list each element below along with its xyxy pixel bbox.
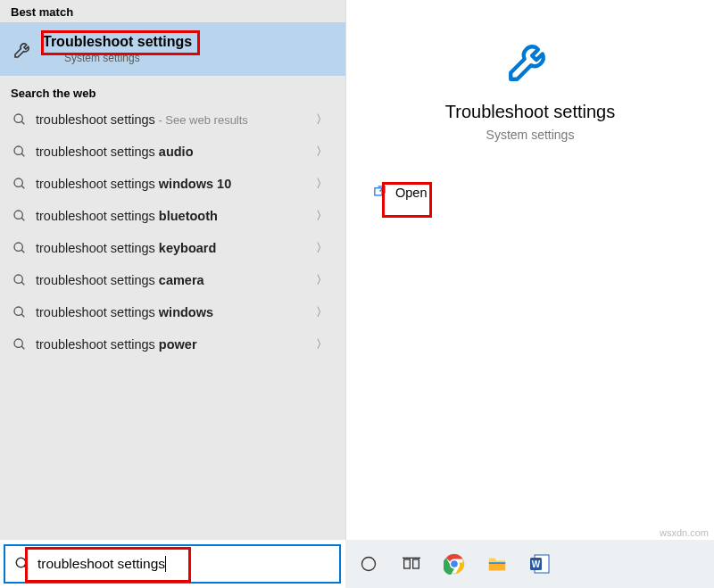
svg-line-13 (21, 314, 24, 317)
search-icon (12, 112, 27, 127)
svg-line-9 (21, 250, 24, 253)
word-icon[interactable]: W (527, 551, 552, 576)
chrome-icon[interactable] (442, 551, 467, 576)
task-view-icon[interactable] (399, 551, 424, 576)
best-match-subtitle: System settings (64, 52, 192, 64)
svg-point-12 (14, 307, 22, 315)
suggestion-text: troubleshoot settings windows (36, 305, 316, 319)
svg-rect-20 (404, 559, 411, 568)
search-icon (14, 556, 30, 572)
suggestion-text: troubleshoot settings keyboard (36, 241, 316, 255)
taskbar: W (345, 540, 714, 588)
web-suggestions-list: troubleshoot settings - See web results〉… (0, 104, 345, 360)
web-suggestion-item[interactable]: troubleshoot settings windows〉 (0, 296, 345, 328)
best-match-header: Best match (0, 0, 345, 22)
svg-line-18 (24, 566, 28, 569)
preview-title: Troubleshoot settings (445, 102, 615, 122)
file-explorer-icon[interactable] (485, 551, 510, 576)
web-suggestion-item[interactable]: troubleshoot settings audio〉 (0, 136, 345, 168)
chevron-right-icon: 〉 (316, 304, 333, 320)
chevron-right-icon: 〉 (316, 272, 333, 288)
watermark: wsxdn.com (660, 527, 709, 538)
svg-point-6 (14, 211, 22, 219)
best-match-title: Troubleshoot settings (43, 34, 192, 50)
wrench-icon (504, 34, 556, 86)
suggestion-text: troubleshoot settings bluetooth (36, 209, 316, 223)
svg-point-10 (14, 275, 22, 283)
svg-rect-27 (489, 562, 505, 564)
svg-point-2 (14, 146, 22, 154)
best-match-item[interactable]: Troubleshoot settings System settings (0, 22, 345, 76)
svg-point-8 (14, 243, 22, 251)
web-suggestion-item[interactable]: troubleshoot settings windows 10〉 (0, 168, 345, 200)
web-suggestion-item[interactable]: troubleshoot settings - See web results〉 (0, 104, 345, 136)
svg-line-15 (21, 346, 24, 349)
cortana-icon[interactable] (356, 551, 381, 576)
search-icon (12, 241, 27, 255)
web-suggestion-item[interactable]: troubleshoot settings bluetooth〉 (0, 200, 345, 232)
bottom-bar: troubleshoot settings W (0, 540, 714, 588)
svg-rect-21 (413, 559, 419, 568)
web-suggestion-item[interactable]: troubleshoot settings power〉 (0, 328, 345, 360)
svg-line-3 (21, 153, 24, 156)
svg-point-14 (14, 339, 22, 347)
suggestion-text: troubleshoot settings camera (36, 273, 316, 287)
search-icon (12, 305, 27, 319)
svg-point-25 (451, 560, 459, 568)
open-button[interactable]: Open (373, 185, 427, 201)
suggestion-text: troubleshoot settings power (36, 337, 316, 352)
search-web-header: Search the web (0, 81, 345, 104)
chevron-right-icon: 〉 (316, 240, 333, 256)
suggestion-text: troubleshoot settings audio (36, 145, 316, 159)
svg-line-7 (21, 218, 24, 220)
svg-text:W: W (532, 559, 541, 569)
search-results-panel: Best match Troubleshoot settings System … (0, 0, 345, 540)
svg-rect-16 (375, 188, 382, 195)
search-input[interactable]: troubleshoot settings (37, 556, 166, 573)
svg-point-19 (362, 558, 376, 571)
chevron-right-icon: 〉 (316, 208, 333, 224)
svg-line-5 (21, 186, 24, 188)
svg-line-11 (21, 282, 24, 285)
search-box[interactable]: troubleshoot settings (4, 544, 341, 584)
web-suggestion-item[interactable]: troubleshoot settings camera〉 (0, 264, 345, 296)
svg-line-1 (21, 121, 24, 124)
preview-subtitle: System settings (486, 128, 575, 142)
chevron-right-icon: 〉 (316, 144, 333, 160)
svg-point-4 (14, 178, 22, 186)
chevron-right-icon: 〉 (316, 336, 333, 352)
chevron-right-icon: 〉 (316, 112, 333, 128)
open-icon (373, 185, 386, 201)
web-suggestion-item[interactable]: troubleshoot settings keyboard〉 (0, 232, 345, 264)
svg-point-17 (16, 558, 26, 567)
preview-panel: Troubleshoot settings System settings Op… (345, 0, 714, 540)
wrench-icon (12, 38, 34, 60)
chevron-right-icon: 〉 (316, 176, 333, 192)
suggestion-text: troubleshoot settings windows 10 (36, 177, 316, 191)
suggestion-text: troubleshoot settings - See web results (36, 112, 316, 127)
svg-point-0 (14, 114, 22, 122)
search-icon (12, 337, 27, 352)
search-icon (12, 273, 27, 287)
open-label: Open (395, 186, 427, 200)
search-icon (12, 209, 27, 223)
search-icon (12, 145, 27, 159)
search-icon (12, 177, 27, 191)
